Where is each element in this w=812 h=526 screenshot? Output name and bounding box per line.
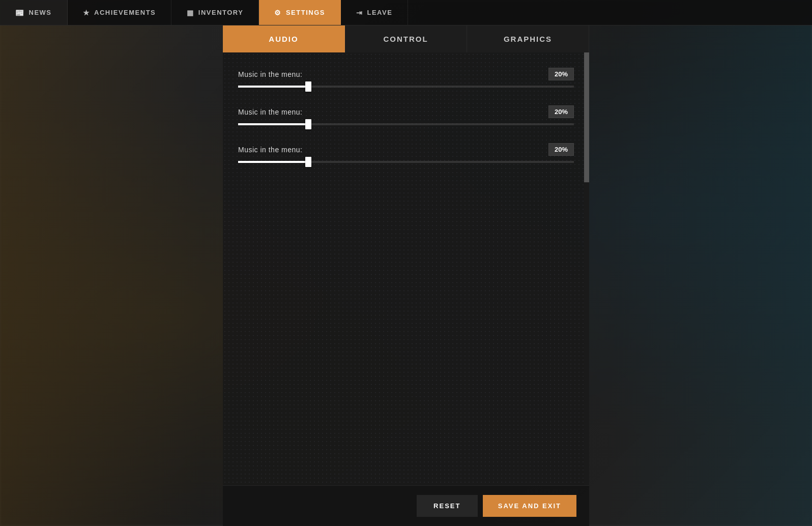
save-exit-button[interactable]: SAVE AND EXIT: [483, 495, 576, 517]
slider-fill-1: [238, 86, 305, 88]
grid-icon: ▦: [187, 9, 194, 17]
slider-thumb-3[interactable]: [305, 157, 311, 167]
tab-control[interactable]: CONTROL: [345, 25, 467, 52]
slider-label-row-3: Music in the menu: 20%: [238, 143, 574, 156]
reset-button[interactable]: RESET: [417, 495, 478, 517]
slider-thumb-1[interactable]: [305, 81, 311, 92]
slider-value-3: 20%: [548, 143, 574, 156]
nav-label-settings: SETTINGS: [286, 9, 325, 16]
star-icon: ★: [83, 9, 91, 17]
nav-label-achievements: ACHIEVEMENTS: [94, 9, 156, 16]
settings-panel: AUDIO CONTROL GRAPHICS Music in the menu…: [223, 25, 589, 526]
nav-label-leave: LEAVE: [367, 9, 392, 16]
nav-item-settings[interactable]: ⚙ SETTINGS: [259, 0, 341, 25]
slider-fill-3: [238, 161, 305, 163]
settings-content-area: Music in the menu: 20% Music in the menu…: [223, 52, 589, 485]
nav-item-news[interactable]: 📰 NEWS: [0, 0, 68, 25]
nav-item-leave[interactable]: ⇥ LEAVE: [341, 0, 408, 25]
nav-label-inventory: INVENTORY: [198, 9, 244, 16]
nav-item-achievements[interactable]: ★ ACHIEVEMENTS: [68, 0, 172, 25]
settings-tabs: AUDIO CONTROL GRAPHICS: [223, 25, 589, 52]
slider-label-row-2: Music in the menu: 20%: [238, 105, 574, 118]
slider-thumb-2[interactable]: [305, 119, 311, 129]
nav-item-inventory[interactable]: ▦ INVENTORY: [171, 0, 259, 25]
settings-scroll-container[interactable]: Music in the menu: 20% Music in the menu…: [223, 52, 589, 485]
exit-icon: ⇥: [356, 9, 363, 17]
slider-label-2: Music in the menu:: [238, 108, 303, 116]
slider-row-2: Music in the menu: 20%: [238, 105, 574, 125]
slider-row-3: Music in the menu: 20%: [238, 143, 574, 163]
tab-graphics[interactable]: GRAPHICS: [467, 25, 589, 52]
slider-track-2[interactable]: [238, 123, 574, 125]
slider-label-row-1: Music in the menu: 20%: [238, 68, 574, 80]
slider-label-3: Music in the menu:: [238, 146, 303, 154]
nav-label-news: NEWS: [29, 9, 52, 16]
news-icon: 📰: [15, 9, 25, 17]
slider-value-1: 20%: [548, 68, 574, 80]
slider-label-1: Music in the menu:: [238, 70, 303, 78]
slider-row-1: Music in the menu: 20%: [238, 68, 574, 88]
bottom-buttons: RESET SAVE AND EXIT: [223, 485, 589, 526]
slider-fill-2: [238, 123, 305, 125]
tab-audio[interactable]: AUDIO: [223, 25, 345, 52]
slider-track-3[interactable]: [238, 161, 574, 163]
gear-icon: ⚙: [274, 9, 282, 17]
slider-track-1[interactable]: [238, 86, 574, 88]
slider-value-2: 20%: [548, 105, 574, 118]
top-navigation: 📰 NEWS ★ ACHIEVEMENTS ▦ INVENTORY ⚙ SETT…: [0, 0, 812, 25]
